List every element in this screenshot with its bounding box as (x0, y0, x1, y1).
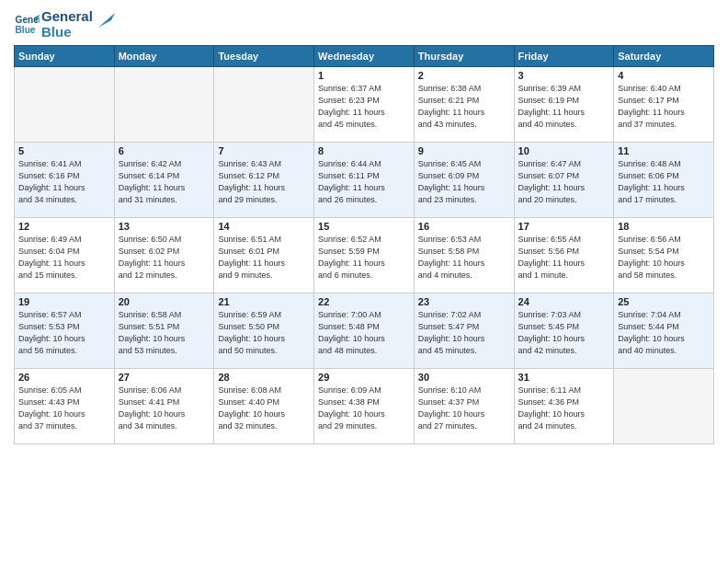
calendar-cell: 27Sunrise: 6:06 AM Sunset: 4:41 PM Dayli… (114, 369, 214, 444)
calendar-cell: 25Sunrise: 7:04 AM Sunset: 5:44 PM Dayli… (614, 293, 714, 369)
header: General Blue General Blue (14, 9, 714, 40)
day-info: Sunrise: 6:42 AM Sunset: 6:14 PM Dayligh… (119, 158, 210, 206)
logo: General Blue General Blue (14, 9, 115, 40)
day-number: 10 (518, 145, 610, 156)
day-number: 19 (18, 296, 110, 307)
day-info: Sunrise: 6:59 AM Sunset: 5:50 PM Dayligh… (218, 309, 310, 357)
day-number: 15 (318, 221, 410, 232)
calendar-cell: 11Sunrise: 6:48 AM Sunset: 6:06 PM Dayli… (614, 143, 714, 218)
calendar-cell: 4Sunrise: 6:40 AM Sunset: 6:17 PM Daylig… (614, 67, 714, 143)
calendar-week-row: 1Sunrise: 6:37 AM Sunset: 6:23 PM Daylig… (15, 67, 714, 143)
day-number: 6 (119, 145, 210, 156)
day-number: 7 (218, 145, 310, 156)
calendar-header-tuesday: Tuesday (214, 46, 314, 67)
day-info: Sunrise: 7:04 AM Sunset: 5:44 PM Dayligh… (618, 309, 710, 357)
calendar-cell (114, 67, 214, 143)
svg-text:Blue: Blue (16, 25, 36, 35)
calendar-table: SundayMondayTuesdayWednesdayThursdayFrid… (14, 45, 714, 444)
day-info: Sunrise: 6:09 AM Sunset: 4:38 PM Dayligh… (318, 385, 410, 432)
calendar-cell: 5Sunrise: 6:41 AM Sunset: 6:16 PM Daylig… (15, 143, 115, 218)
day-info: Sunrise: 6:06 AM Sunset: 4:41 PM Dayligh… (119, 385, 210, 432)
day-number: 25 (618, 296, 710, 307)
calendar-header-saturday: Saturday (614, 46, 714, 67)
calendar-cell: 23Sunrise: 7:02 AM Sunset: 5:47 PM Dayli… (414, 293, 514, 369)
logo-icon: General Blue (14, 12, 40, 38)
day-number: 5 (18, 145, 110, 156)
calendar-cell: 24Sunrise: 7:03 AM Sunset: 5:45 PM Dayli… (514, 293, 614, 369)
page: General Blue General Blue SundayMondayTu… (0, 0, 728, 563)
calendar-cell: 26Sunrise: 6:05 AM Sunset: 4:43 PM Dayli… (15, 369, 115, 444)
day-number: 4 (618, 70, 710, 81)
day-number: 17 (518, 221, 610, 232)
day-info: Sunrise: 6:48 AM Sunset: 6:06 PM Dayligh… (618, 158, 710, 206)
calendar-cell (15, 67, 115, 143)
day-number: 23 (418, 296, 510, 307)
day-info: Sunrise: 6:51 AM Sunset: 6:01 PM Dayligh… (218, 234, 310, 282)
calendar-week-row: 12Sunrise: 6:49 AM Sunset: 6:04 PM Dayli… (15, 218, 714, 293)
day-number: 12 (18, 221, 110, 232)
day-info: Sunrise: 6:11 AM Sunset: 4:36 PM Dayligh… (518, 385, 610, 432)
calendar-week-row: 26Sunrise: 6:05 AM Sunset: 4:43 PM Dayli… (15, 369, 714, 444)
logo-blue: Blue (41, 25, 93, 40)
calendar-cell: 20Sunrise: 6:58 AM Sunset: 5:51 PM Dayli… (114, 293, 214, 369)
day-info: Sunrise: 7:03 AM Sunset: 5:45 PM Dayligh… (518, 309, 610, 357)
day-info: Sunrise: 6:47 AM Sunset: 6:07 PM Dayligh… (518, 158, 610, 206)
day-number: 31 (518, 372, 610, 383)
day-info: Sunrise: 6:58 AM Sunset: 5:51 PM Dayligh… (119, 309, 210, 357)
calendar-cell: 14Sunrise: 6:51 AM Sunset: 6:01 PM Dayli… (214, 218, 314, 293)
calendar-cell: 9Sunrise: 6:45 AM Sunset: 6:09 PM Daylig… (414, 143, 514, 218)
calendar-cell (214, 67, 314, 143)
day-info: Sunrise: 6:55 AM Sunset: 5:56 PM Dayligh… (518, 234, 610, 282)
day-number: 28 (218, 372, 310, 383)
day-info: Sunrise: 6:50 AM Sunset: 6:02 PM Dayligh… (119, 234, 210, 282)
calendar-cell: 13Sunrise: 6:50 AM Sunset: 6:02 PM Dayli… (114, 218, 214, 293)
day-number: 8 (318, 145, 410, 156)
day-info: Sunrise: 6:38 AM Sunset: 6:21 PM Dayligh… (418, 83, 510, 131)
calendar-cell: 19Sunrise: 6:57 AM Sunset: 5:53 PM Dayli… (15, 293, 115, 369)
day-number: 18 (618, 221, 710, 232)
calendar-cell: 8Sunrise: 6:44 AM Sunset: 6:11 PM Daylig… (314, 143, 415, 218)
day-number: 16 (418, 221, 510, 232)
day-info: Sunrise: 6:10 AM Sunset: 4:37 PM Dayligh… (418, 385, 510, 432)
calendar-cell (614, 369, 714, 444)
calendar-cell: 18Sunrise: 6:56 AM Sunset: 5:54 PM Dayli… (614, 218, 714, 293)
day-info: Sunrise: 7:02 AM Sunset: 5:47 PM Dayligh… (418, 309, 510, 357)
day-info: Sunrise: 6:44 AM Sunset: 6:11 PM Dayligh… (318, 158, 410, 206)
day-number: 27 (119, 372, 210, 383)
calendar-cell: 30Sunrise: 6:10 AM Sunset: 4:37 PM Dayli… (414, 369, 514, 444)
svg-marker-4 (98, 13, 115, 28)
calendar-cell: 7Sunrise: 6:43 AM Sunset: 6:12 PM Daylig… (214, 143, 314, 218)
calendar-header-friday: Friday (514, 46, 614, 67)
calendar-cell: 15Sunrise: 6:52 AM Sunset: 5:59 PM Dayli… (314, 218, 415, 293)
calendar-header-monday: Monday (114, 46, 214, 67)
day-number: 29 (318, 372, 410, 383)
day-number: 11 (618, 145, 710, 156)
day-number: 20 (119, 296, 210, 307)
day-info: Sunrise: 6:52 AM Sunset: 5:59 PM Dayligh… (318, 234, 410, 282)
day-number: 26 (18, 372, 110, 383)
day-info: Sunrise: 6:40 AM Sunset: 6:17 PM Dayligh… (618, 83, 710, 131)
day-number: 3 (518, 70, 610, 81)
day-info: Sunrise: 6:39 AM Sunset: 6:19 PM Dayligh… (518, 83, 610, 131)
day-number: 21 (218, 296, 310, 307)
logo-triangle-icon (95, 11, 115, 31)
day-number: 9 (418, 145, 510, 156)
calendar-cell: 29Sunrise: 6:09 AM Sunset: 4:38 PM Dayli… (314, 369, 415, 444)
calendar-header-sunday: Sunday (15, 46, 115, 67)
calendar-cell: 28Sunrise: 6:08 AM Sunset: 4:40 PM Dayli… (214, 369, 314, 444)
day-info: Sunrise: 6:57 AM Sunset: 5:53 PM Dayligh… (18, 309, 110, 357)
calendar-header-wednesday: Wednesday (314, 46, 415, 67)
calendar-cell: 17Sunrise: 6:55 AM Sunset: 5:56 PM Dayli… (514, 218, 614, 293)
day-info: Sunrise: 6:49 AM Sunset: 6:04 PM Dayligh… (18, 234, 110, 282)
day-info: Sunrise: 6:05 AM Sunset: 4:43 PM Dayligh… (18, 385, 110, 432)
calendar-cell: 22Sunrise: 7:00 AM Sunset: 5:48 PM Dayli… (314, 293, 415, 369)
day-info: Sunrise: 6:37 AM Sunset: 6:23 PM Dayligh… (318, 83, 410, 131)
calendar-header-thursday: Thursday (414, 46, 514, 67)
day-number: 22 (318, 296, 410, 307)
day-info: Sunrise: 6:41 AM Sunset: 6:16 PM Dayligh… (18, 158, 110, 206)
day-number: 14 (218, 221, 310, 232)
calendar-cell: 12Sunrise: 6:49 AM Sunset: 6:04 PM Dayli… (15, 218, 115, 293)
calendar-week-row: 5Sunrise: 6:41 AM Sunset: 6:16 PM Daylig… (15, 143, 714, 218)
day-number: 1 (318, 70, 410, 81)
calendar-cell: 31Sunrise: 6:11 AM Sunset: 4:36 PM Dayli… (514, 369, 614, 444)
